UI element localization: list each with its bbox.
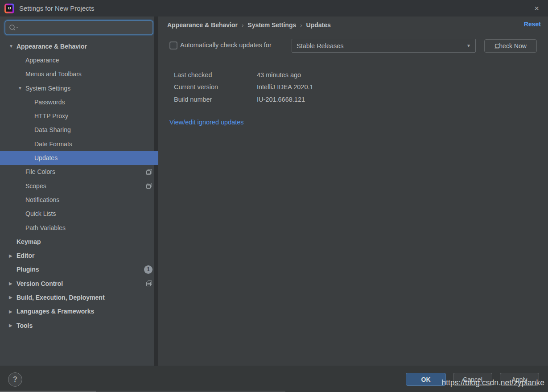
chevron-collapsed-icon[interactable]: ▶ xyxy=(9,281,16,286)
sidebar-item-label: Version Control xyxy=(16,280,63,287)
breadcrumb-item[interactable]: Updates xyxy=(306,21,331,29)
sidebar-item-date-formats[interactable]: Date Formats xyxy=(0,137,158,151)
sidebar-item-label: Keymap xyxy=(16,238,41,245)
chevron-collapsed-icon[interactable]: ▶ xyxy=(9,295,16,300)
sidebar-item-label: File Colors xyxy=(25,168,55,175)
settings-sidebar: ▼Appearance & BehaviorAppearanceMenus an… xyxy=(0,17,158,366)
sidebar-item-label: HTTP Proxy xyxy=(34,112,68,120)
apply-button[interactable]: Apply xyxy=(500,373,539,386)
plugins-count-badge: 1 xyxy=(144,265,152,274)
update-info-block: Last checked43 minutes agoCurrent versio… xyxy=(174,69,313,106)
sidebar-item-http-proxy[interactable]: HTTP Proxy xyxy=(0,109,158,123)
view-ignored-updates-link[interactable]: View/edit ignored updates xyxy=(169,119,244,126)
sidebar-item-label: Languages & Frameworks xyxy=(16,308,94,315)
info-value: IntelliJ IDEA 2020.1 xyxy=(257,83,313,91)
chevron-collapsed-icon[interactable]: ▶ xyxy=(9,323,16,328)
title-bar: IJ Settings for New Projects × xyxy=(0,0,548,17)
sidebar-item-label: Quick Lists xyxy=(25,210,56,217)
auto-check-label[interactable]: Automatically check updates for xyxy=(180,41,272,49)
settings-search-input[interactable] xyxy=(4,20,153,35)
ok-button[interactable]: OK xyxy=(406,373,446,386)
sidebar-item-label: Scopes xyxy=(25,182,46,190)
cancel-button[interactable]: Cancel xyxy=(453,373,492,386)
info-label: Build number xyxy=(174,96,257,103)
info-label: Current version xyxy=(174,83,257,91)
sidebar-item-label: Plugins xyxy=(16,266,39,273)
chevron-collapsed-icon[interactable]: ▶ xyxy=(9,309,16,314)
sidebar-item-label: Build, Execution, Deployment xyxy=(16,294,105,301)
copy-icon xyxy=(146,169,152,175)
info-row: Last checked43 minutes ago xyxy=(174,69,313,81)
info-row: Build numberIU-201.6668.121 xyxy=(174,93,313,106)
reset-link[interactable]: Reset xyxy=(524,21,541,28)
info-label: Last checked xyxy=(174,71,257,78)
sidebar-item-label: Editor xyxy=(16,252,34,259)
sidebar-item-label: Passwords xyxy=(34,99,65,106)
breadcrumb-separator: › xyxy=(296,22,306,29)
sidebar-item-label: Tools xyxy=(16,322,33,329)
release-channel-select[interactable]: Stable Releases ▼ xyxy=(292,39,476,53)
chevron-expanded-icon[interactable]: ▼ xyxy=(18,86,25,91)
check-now-label: Check Now xyxy=(494,42,527,50)
sidebar-item-label: Updates xyxy=(34,154,58,161)
window-title: Settings for New Projects xyxy=(19,4,94,12)
chevron-down-icon[interactable]: ▼ xyxy=(466,43,471,48)
intellij-logo-monogram: IJ xyxy=(6,5,12,12)
sidebar-item-appearance[interactable]: Appearance xyxy=(0,53,158,67)
sidebar-item-label: Appearance xyxy=(25,57,59,64)
sidebar-item-menus-and-toolbars[interactable]: Menus and Toolbars xyxy=(0,67,158,81)
breadcrumb-separator: › xyxy=(238,22,247,29)
close-icon[interactable]: × xyxy=(532,3,542,13)
sidebar-item-data-sharing[interactable]: Data Sharing xyxy=(0,123,158,137)
release-channel-value: Stable Releases xyxy=(297,42,344,50)
chevron-collapsed-icon[interactable]: ▶ xyxy=(9,253,16,258)
sidebar-item-editor[interactable]: ▶Editor xyxy=(0,248,158,262)
sidebar-item-path-variables[interactable]: Path Variables xyxy=(0,221,158,235)
settings-tree: ▼Appearance & BehaviorAppearanceMenus an… xyxy=(0,39,158,332)
sidebar-item-label: Menus and Toolbars xyxy=(25,70,82,78)
sidebar-item-updates[interactable]: Updates xyxy=(0,151,158,165)
dialog-footer: ? OK Cancel Apply xyxy=(0,366,548,392)
sidebar-item-appearance-behavior[interactable]: ▼Appearance & Behavior xyxy=(0,39,158,53)
sidebar-item-keymap[interactable]: Keymap xyxy=(0,235,158,248)
sidebar-item-label: Appearance & Behavior xyxy=(16,43,87,50)
intellij-logo-icon: IJ xyxy=(4,4,14,13)
sidebar-item-notifications[interactable]: Notifications xyxy=(0,193,158,206)
search-icon[interactable] xyxy=(9,24,19,31)
settings-content: Appearance & Behavior›System Settings›Up… xyxy=(158,17,548,366)
sidebar-item-passwords[interactable]: Passwords xyxy=(0,95,158,109)
sidebar-item-scopes[interactable]: Scopes xyxy=(0,179,158,193)
auto-update-row: Automatically check updates for Stable R… xyxy=(158,39,548,53)
sidebar-item-label: Notifications xyxy=(25,196,59,203)
settings-dialog: IJ Settings for New Projects × ▼Appearan… xyxy=(0,0,548,392)
sidebar-item-quick-lists[interactable]: Quick Lists xyxy=(0,207,158,221)
sidebar-item-system-settings[interactable]: ▼System Settings xyxy=(0,81,158,95)
breadcrumb: Appearance & Behavior›System Settings›Up… xyxy=(167,21,331,29)
sidebar-item-label: System Settings xyxy=(25,85,70,92)
check-now-button[interactable]: Check Now xyxy=(484,39,537,53)
sidebar-item-languages-frameworks[interactable]: ▶Languages & Frameworks xyxy=(0,305,158,318)
sidebar-item-label: Date Formats xyxy=(34,140,72,148)
sidebar-item-file-colors[interactable]: File Colors xyxy=(0,165,158,179)
sidebar-item-plugins[interactable]: Plugins1 xyxy=(0,263,158,276)
sidebar-item-build-execution-deployment[interactable]: ▶Build, Execution, Deployment xyxy=(0,290,158,304)
breadcrumb-item[interactable]: Appearance & Behavior xyxy=(167,21,238,29)
sidebar-item-label: Data Sharing xyxy=(34,126,71,133)
chevron-expanded-icon[interactable]: ▼ xyxy=(9,44,16,49)
sidebar-item-version-control[interactable]: ▶Version Control xyxy=(0,276,158,290)
info-value: IU-201.6668.121 xyxy=(257,96,305,103)
breadcrumb-item[interactable]: System Settings xyxy=(247,21,296,29)
sidebar-item-label: Path Variables xyxy=(25,224,66,231)
copy-icon xyxy=(146,182,152,189)
copy-icon xyxy=(146,280,152,287)
auto-check-checkbox[interactable] xyxy=(169,41,177,50)
info-value: 43 minutes ago xyxy=(257,71,301,78)
help-button[interactable]: ? xyxy=(8,372,22,387)
info-row: Current versionIntelliJ IDEA 2020.1 xyxy=(174,81,313,94)
sidebar-item-tools[interactable]: ▶Tools xyxy=(0,318,158,332)
